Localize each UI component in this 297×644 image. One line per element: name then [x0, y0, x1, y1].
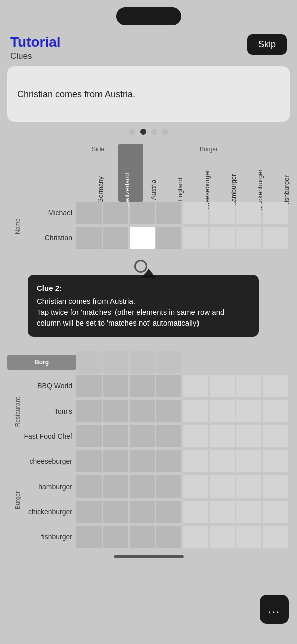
row-toms: Tom's — [7, 400, 297, 422]
cell-fb-5[interactable] — [183, 526, 208, 548]
cell-toms-7[interactable] — [236, 400, 261, 422]
cell-michael-cheeseburger[interactable] — [183, 202, 208, 224]
row-label-hamburger: hamburger — [7, 482, 76, 491]
cell-michael-switzerland[interactable] — [103, 202, 128, 224]
dot-3[interactable] — [151, 129, 157, 135]
cell-ckb-5[interactable] — [183, 501, 208, 523]
cell-toms-6[interactable] — [210, 400, 235, 422]
cell-ffc-1[interactable] — [76, 425, 102, 447]
cell-fb-2[interactable] — [103, 526, 128, 548]
cell-michael-austria[interactable] — [130, 202, 155, 224]
cell-toms-4[interactable] — [156, 400, 181, 422]
burg-empty-1 — [183, 351, 208, 366]
cell-ffc-8[interactable] — [263, 425, 288, 447]
cell-christian-cheeseburger[interactable] — [183, 227, 208, 249]
cell-ckb-8[interactable] — [263, 501, 288, 523]
cell-cb-6[interactable] — [210, 450, 235, 472]
cell-cb-8[interactable] — [263, 450, 288, 472]
cell-hb-7[interactable] — [236, 475, 261, 498]
cell-cb-2[interactable] — [103, 450, 128, 472]
col-header-chickenburger: chickenburger — [251, 144, 276, 202]
row-fishburger-cells — [76, 526, 288, 548]
cell-christian-switzerland[interactable] — [103, 227, 128, 249]
clue-popup-title: Clue 2: — [37, 283, 250, 294]
cell-christian-england[interactable] — [156, 227, 181, 249]
row-christian: Christian — [7, 227, 297, 249]
burg-empty-2 — [210, 351, 235, 366]
cell-toms-3[interactable] — [130, 400, 155, 422]
cell-ckb-1[interactable] — [76, 501, 102, 523]
row-label-bbqworld: BBQ World — [7, 382, 76, 390]
cell-toms-8[interactable] — [263, 400, 288, 422]
cell-hb-8[interactable] — [263, 475, 288, 498]
cell-hb-2[interactable] — [103, 475, 128, 498]
dot-2[interactable] — [140, 129, 146, 135]
cell-michael-england[interactable] — [156, 202, 181, 224]
burger-row-group-label: Burger — [14, 491, 21, 509]
cell-ckb-3[interactable] — [130, 501, 155, 523]
cell-toms-5[interactable] — [183, 400, 208, 422]
cell-cb-7[interactable] — [236, 450, 261, 472]
cell-hb-1[interactable] — [76, 475, 102, 498]
cell-michael-germany[interactable] — [76, 202, 102, 224]
cell-bbq-3[interactable] — [130, 375, 155, 397]
cell-cb-3[interactable] — [130, 450, 155, 472]
cell-bbq-2[interactable] — [103, 375, 128, 397]
cell-ffc-7[interactable] — [236, 425, 261, 447]
cell-toms-2[interactable] — [103, 400, 128, 422]
cell-christian-germany[interactable] — [76, 227, 102, 249]
cell-cb-1[interactable] — [76, 450, 102, 472]
cell-hb-6[interactable] — [210, 475, 235, 498]
cell-cb-5[interactable] — [183, 450, 208, 472]
cell-fb-7[interactable] — [236, 526, 261, 548]
cell-fb-3[interactable] — [130, 526, 155, 548]
restaurant-section: Restaurant BBQ World Tom's — [7, 375, 297, 449]
cell-bbq-7[interactable] — [236, 375, 261, 397]
cell-ffc-3[interactable] — [130, 425, 155, 447]
cell-toms-1[interactable] — [76, 400, 102, 422]
cell-fb-4[interactable] — [156, 526, 181, 548]
cell-michael-chickenburger[interactable] — [236, 202, 261, 224]
cell-hb-5[interactable] — [183, 475, 208, 498]
cell-christian-fishburger[interactable] — [263, 227, 288, 249]
dot-1[interactable] — [129, 129, 135, 135]
side-group-label: Side — [92, 146, 104, 153]
cell-hb-4[interactable] — [156, 475, 181, 498]
name-section: Name Michael Christian — [7, 202, 297, 251]
clue-popup: Clue 2: Christian comes from Austria. Ta… — [28, 275, 259, 337]
cell-michael-fishburger[interactable] — [263, 202, 288, 224]
cell-fb-1[interactable] — [76, 526, 102, 548]
cell-bbq-5[interactable] — [183, 375, 208, 397]
cell-bbq-6[interactable] — [210, 375, 235, 397]
top-pill — [116, 7, 181, 25]
cell-christian-austria[interactable] — [130, 227, 155, 249]
cell-bbq-4[interactable] — [156, 375, 181, 397]
clue-popup-line2: Tap twice for 'matches' (other elements … — [37, 307, 250, 329]
cell-christian-chickenburger[interactable] — [236, 227, 261, 249]
puzzle-grid-wrapper: Side Burger Germany Switzerland Austria … — [0, 144, 297, 549]
cell-hb-3[interactable] — [130, 475, 155, 498]
cell-fb-6[interactable] — [210, 526, 235, 548]
cell-ffc-2[interactable] — [103, 425, 128, 447]
cell-bbq-8[interactable] — [263, 375, 288, 397]
cell-ffc-6[interactable] — [210, 425, 235, 447]
burg-cell-4 — [156, 351, 181, 373]
cell-ckb-4[interactable] — [156, 501, 181, 523]
cell-bbq-1[interactable] — [76, 375, 102, 397]
col-header-hamburger: hamburger — [225, 144, 250, 202]
cell-ckb-6[interactable] — [210, 501, 235, 523]
dot-4[interactable] — [162, 129, 168, 135]
cell-ckb-7[interactable] — [236, 501, 261, 523]
cell-ffc-5[interactable] — [183, 425, 208, 447]
cell-christian-hamburger[interactable] — [210, 227, 235, 249]
cell-cb-4[interactable] — [156, 450, 181, 472]
cell-michael-hamburger[interactable] — [210, 202, 235, 224]
clue-popup-line1: Christian comes from Austria. — [37, 296, 250, 307]
clues-label: Clues — [10, 51, 61, 61]
cell-ffc-4[interactable] — [156, 425, 181, 447]
row-fishburger: fishburger — [7, 526, 297, 548]
skip-button[interactable]: Skip — [247, 34, 287, 55]
cell-fb-8[interactable] — [263, 526, 288, 548]
fab-button[interactable]: ... — [260, 595, 289, 624]
cell-ckb-2[interactable] — [103, 501, 128, 523]
